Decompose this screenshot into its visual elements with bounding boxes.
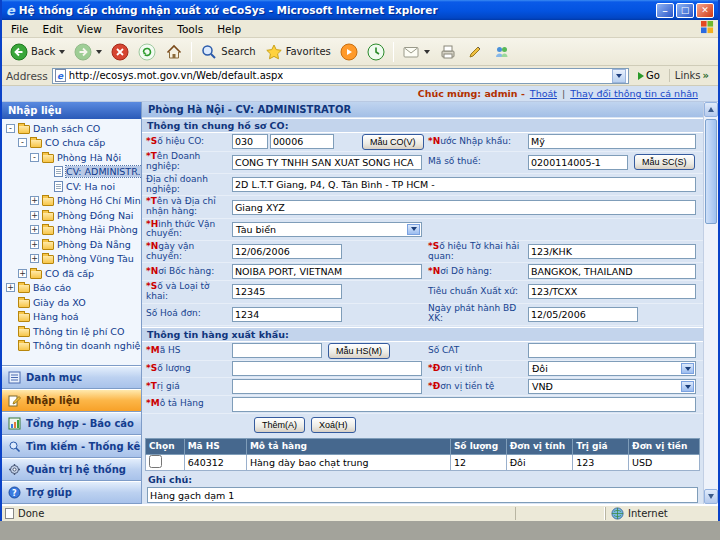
tri-gia-input[interactable]	[232, 379, 422, 394]
ngay-phat-hanh-input[interactable]	[528, 307, 638, 322]
favorites-button[interactable]: Favorites	[261, 41, 335, 63]
tree-item-cv-administrator[interactable]: CV: ADMINISTR...	[2, 165, 141, 180]
tree-item-thong-tin-doanh-nghiep[interactable]: Thông tin doanh nghiệp	[2, 339, 141, 354]
don-vi-tien-te-select[interactable]: VNĐ	[528, 379, 696, 394]
tree-toggle-icon[interactable]	[18, 269, 27, 278]
search-button[interactable]: Search	[196, 41, 259, 63]
don-vi-tinh-select[interactable]: Đôi	[528, 361, 696, 376]
forward-button[interactable]	[70, 41, 106, 63]
add-button[interactable]: Thêm(A)	[254, 417, 305, 433]
mau-co-button[interactable]: Mẫu CO(V)	[362, 134, 424, 150]
tree-item-bao-cao[interactable]: Báo cáo	[2, 281, 141, 296]
mau-hs-button[interactable]: Mẫu HS(M)	[328, 343, 390, 359]
tree-item-phong-ha-noi[interactable]: Phòng Hà Nội	[2, 150, 141, 165]
ngay-van-chuyen-input[interactable]	[232, 244, 342, 259]
change-info-link[interactable]: Thay đổi thông tin cá nhân	[570, 88, 698, 99]
tree-toggle-icon[interactable]	[6, 124, 15, 133]
so-luong-input[interactable]	[232, 361, 422, 376]
maximize-button[interactable]	[676, 3, 694, 18]
tree-item-phong-vung-tau[interactable]: Phòng Vũng Tàu	[2, 252, 141, 267]
tree-item-co-chua-cap[interactable]: CO chưa cấp	[2, 136, 141, 151]
links-button[interactable]: Links	[669, 69, 714, 82]
mail-dropdown-icon[interactable]	[424, 50, 430, 54]
dia-chi-doanh-nghiep-input[interactable]	[232, 177, 696, 192]
scroll-down-icon[interactable]	[704, 489, 718, 504]
tieu-chuan-xuat-xu-input[interactable]	[528, 284, 696, 299]
ma-so-thue-input[interactable]	[528, 155, 628, 170]
back-button[interactable]: Back	[6, 41, 69, 63]
menu-file[interactable]: File	[4, 22, 36, 36]
ma-hs-input[interactable]	[232, 343, 322, 358]
history-button[interactable]	[363, 41, 389, 63]
tree-item-cv-ha-noi[interactable]: CV: Ha noi	[2, 179, 141, 194]
mo-ta-hang-input[interactable]	[232, 397, 696, 412]
noi-do-hang-input[interactable]	[528, 264, 696, 279]
scroll-up-icon[interactable]	[704, 102, 718, 117]
chevron-down-icon[interactable]	[681, 363, 694, 374]
tree-toggle-icon[interactable]	[30, 254, 39, 263]
tree-toggle-icon[interactable]	[30, 196, 39, 205]
mau-sc-button[interactable]: Mẫu SC(S)	[634, 154, 695, 170]
tree-item-phong-ho-chi-minh[interactable]: Phòng Hồ Chí Minh	[2, 194, 141, 209]
chevron-down-icon[interactable]	[407, 224, 420, 235]
note-input[interactable]	[147, 487, 698, 503]
nav-tong-hop-bao-cao[interactable]: Tổng hợp - Báo cáo	[2, 412, 141, 435]
back-dropdown-icon[interactable]	[59, 50, 65, 54]
row-select-checkbox[interactable]	[149, 455, 162, 468]
nav-quan-tri-he-thong[interactable]: Quản trị hệ thống	[2, 458, 141, 481]
so-cat-input[interactable]	[528, 343, 696, 358]
go-button[interactable]: Go	[633, 69, 665, 82]
tree-toggle-icon[interactable]	[30, 225, 39, 234]
nav-nhap-lieu[interactable]: Nhập liệu	[2, 389, 141, 412]
so-hoa-don-input[interactable]	[232, 307, 342, 322]
tree-item-giay-da-xo[interactable]: Giày da XO	[2, 295, 141, 310]
noi-boc-hang-input[interactable]	[232, 264, 422, 279]
tree-toggle-icon[interactable]	[18, 138, 27, 147]
nav-tro-giup[interactable]: ? Trợ giúp	[2, 481, 141, 504]
menu-favorites[interactable]: Favorites	[109, 22, 170, 36]
tree-item-phong-da-nang[interactable]: Phòng Đà Nẵng	[2, 237, 141, 252]
tree-toggle-icon[interactable]	[30, 153, 39, 162]
nav-tim-kiem-thong-ke[interactable]: Tìm kiếm - Thống kê	[2, 435, 141, 458]
tree-item-thong-tin-le-phi-co[interactable]: Thông tin lệ phí CO	[2, 324, 141, 339]
so-hieu-co-input-2[interactable]	[270, 134, 334, 149]
tree-toggle-icon[interactable]	[30, 240, 39, 249]
stop-button[interactable]	[107, 41, 133, 63]
messenger-button[interactable]	[489, 41, 515, 63]
nav-danh-muc[interactable]: Danh mục	[2, 366, 141, 389]
so-hieu-co-input-1[interactable]	[232, 134, 268, 149]
tree-toggle-icon[interactable]	[30, 211, 39, 220]
menu-tools[interactable]: Tools	[170, 22, 210, 36]
print-button[interactable]	[435, 41, 461, 63]
chevron-down-icon[interactable]	[681, 381, 694, 392]
so-hieu-to-khai-input[interactable]	[528, 244, 696, 259]
forward-dropdown-icon[interactable]	[96, 50, 102, 54]
delete-button[interactable]: Xoá(H)	[311, 417, 356, 433]
close-button[interactable]	[696, 3, 714, 18]
so-loai-to-khai-input[interactable]	[232, 284, 342, 299]
mail-button[interactable]	[398, 41, 434, 63]
hinh-thuc-van-chuyen-select[interactable]: Tàu biển	[232, 222, 422, 237]
scrollbar-thumb[interactable]	[705, 119, 717, 224]
edit-button[interactable]	[462, 41, 488, 63]
tree-toggle-icon[interactable]	[6, 283, 15, 292]
nuoc-nhap-khau-input[interactable]	[528, 134, 696, 149]
tree-item-hang-hoa[interactable]: Hàng hoá	[2, 310, 141, 325]
tree-item-phong-dong-nai[interactable]: Phòng Đồng Nai	[2, 208, 141, 223]
scrollbar-track[interactable]	[704, 117, 718, 489]
menu-edit[interactable]: Edit	[36, 22, 70, 36]
tree-item-co-da-cap[interactable]: CO đã cấp	[2, 266, 141, 281]
refresh-button[interactable]	[134, 41, 160, 63]
address-input[interactable]: e http://ecosys.mot.gov.vn/Web/default.a…	[52, 68, 629, 84]
media-button[interactable]	[336, 41, 362, 63]
menu-view[interactable]: View	[70, 22, 109, 36]
tree-item-danh-sach-co[interactable]: Danh sách CO	[2, 121, 141, 136]
logout-link[interactable]: Thoát	[530, 88, 557, 99]
address-dropdown-icon[interactable]	[612, 69, 626, 83]
tree-item-phong-hai-phong[interactable]: Phòng Hải Phòng	[2, 223, 141, 238]
home-button[interactable]	[161, 41, 187, 63]
minimize-button[interactable]	[656, 3, 674, 18]
vertical-scrollbar[interactable]	[703, 102, 718, 504]
ten-dia-chi-nhan-hang-input[interactable]	[232, 200, 696, 215]
menu-help[interactable]: Help	[210, 22, 248, 36]
